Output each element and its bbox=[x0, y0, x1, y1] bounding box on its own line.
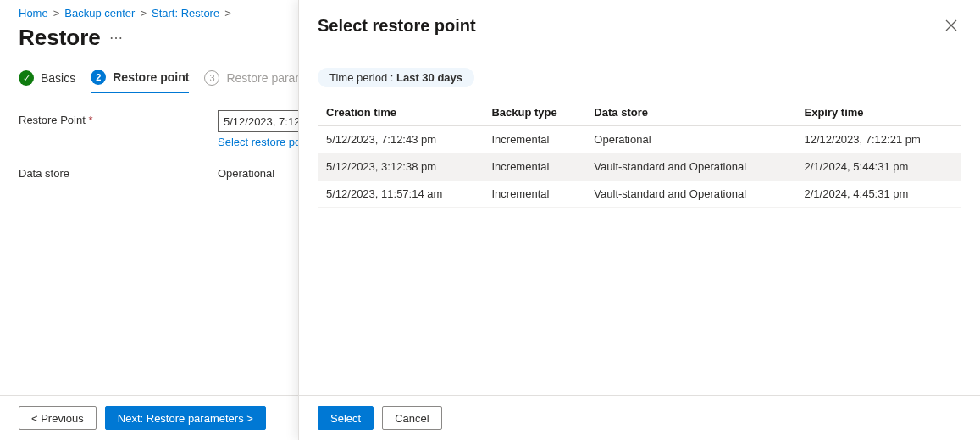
more-actions-icon[interactable]: ⋯ bbox=[109, 30, 123, 46]
restore-points-table: Creation time Backup type Data store Exp… bbox=[318, 99, 961, 208]
label-text: Restore Point bbox=[19, 114, 86, 126]
cell-data-store: Vault-standard and Operational bbox=[585, 153, 795, 181]
required-asterisk-icon: * bbox=[88, 114, 92, 126]
breadcrumb-backup-center[interactable]: Backup center bbox=[64, 7, 135, 19]
next-button[interactable]: Next: Restore parameters > bbox=[105, 406, 266, 430]
panel-footer: Select Cancel bbox=[299, 395, 980, 440]
page-title: Restore bbox=[19, 25, 101, 51]
restore-point-label: Restore Point * bbox=[19, 110, 218, 126]
cell-backup-type: Incremental bbox=[483, 153, 585, 181]
table-row[interactable]: 5/12/2023, 11:57:14 am Incremental Vault… bbox=[318, 181, 961, 208]
col-expiry-time[interactable]: Expiry time bbox=[795, 99, 961, 126]
time-period-value: Last 30 days bbox=[396, 71, 462, 84]
cancel-button[interactable]: Cancel bbox=[382, 406, 441, 430]
col-backup-type[interactable]: Backup type bbox=[483, 99, 585, 126]
cell-data-store: Vault-standard and Operational bbox=[585, 181, 795, 208]
wizard-step-label: Basics bbox=[41, 71, 75, 85]
check-icon: ✓ bbox=[19, 70, 34, 86]
table-header-row: Creation time Backup type Data store Exp… bbox=[318, 99, 961, 126]
cell-expiry-time: 2/1/2024, 4:45:31 pm bbox=[795, 181, 961, 208]
chevron-right-icon: > bbox=[140, 7, 147, 19]
col-creation-time[interactable]: Creation time bbox=[318, 99, 483, 126]
chevron-right-icon: > bbox=[53, 7, 60, 19]
select-button[interactable]: Select bbox=[318, 406, 374, 430]
panel-header: Select restore point bbox=[299, 0, 980, 44]
cell-data-store: Operational bbox=[585, 126, 795, 153]
x-icon bbox=[945, 19, 957, 31]
cell-creation-time: 5/12/2023, 11:57:14 am bbox=[318, 181, 483, 208]
cell-backup-type: Incremental bbox=[483, 126, 585, 153]
wizard-step-basics[interactable]: ✓ Basics bbox=[19, 70, 75, 92]
cell-expiry-time: 2/1/2024, 5:44:31 pm bbox=[795, 153, 961, 181]
breadcrumb-start-restore[interactable]: Start: Restore bbox=[152, 7, 219, 19]
wizard-step-restore-point[interactable]: 2 Restore point bbox=[91, 70, 189, 93]
panel-body: Time period : Last 30 days Creation time… bbox=[299, 44, 980, 395]
table-row[interactable]: 5/12/2023, 7:12:43 pm Incremental Operat… bbox=[318, 126, 961, 153]
close-icon[interactable] bbox=[941, 15, 961, 36]
cell-creation-time: 5/12/2023, 7:12:43 pm bbox=[318, 126, 483, 153]
panel-title: Select restore point bbox=[318, 16, 476, 36]
wizard-step-label: Restore point bbox=[113, 70, 189, 84]
previous-button[interactable]: < Previous bbox=[19, 406, 97, 430]
cell-backup-type: Incremental bbox=[483, 181, 585, 208]
cell-expiry-time: 12/12/2023, 7:12:21 pm bbox=[795, 126, 961, 153]
data-store-label: Data store bbox=[19, 164, 218, 180]
time-period-pill[interactable]: Time period : Last 30 days bbox=[318, 68, 474, 87]
col-data-store[interactable]: Data store bbox=[585, 99, 795, 126]
step-number-icon: 3 bbox=[204, 70, 219, 86]
select-restore-point-panel: Select restore point Time period : Last … bbox=[298, 0, 980, 440]
step-number-icon: 2 bbox=[91, 70, 106, 85]
table-row[interactable]: 5/12/2023, 3:12:38 pm Incremental Vault-… bbox=[318, 153, 961, 181]
chevron-right-icon: > bbox=[224, 7, 231, 19]
cell-creation-time: 5/12/2023, 3:12:38 pm bbox=[318, 153, 483, 181]
time-period-prefix: Time period : bbox=[329, 71, 396, 84]
breadcrumb-home[interactable]: Home bbox=[19, 7, 48, 19]
